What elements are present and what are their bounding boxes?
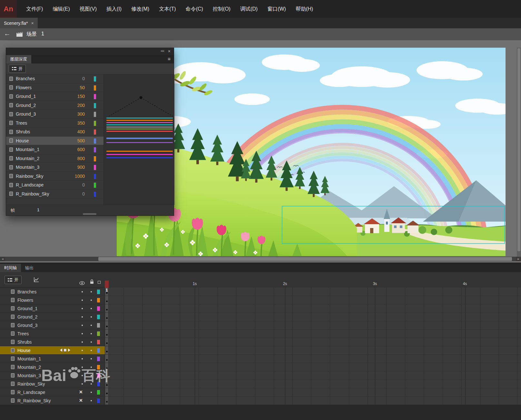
layer-color-swatch[interactable]: [94, 174, 96, 179]
keyframe-cell[interactable]: [105, 296, 109, 304]
layer-depth-value[interactable]: 900: [62, 165, 85, 170]
layer-color-swatch[interactable]: [97, 340, 100, 344]
frame-row[interactable]: [105, 371, 521, 380]
lock-dot[interactable]: [91, 383, 92, 385]
layer-color-swatch[interactable]: [94, 121, 96, 126]
scroll-left-icon[interactable]: ◂: [0, 257, 5, 261]
frame-row[interactable]: [105, 388, 521, 396]
lock-dot[interactable]: [91, 400, 92, 401]
layer-color-swatch[interactable]: [97, 331, 100, 336]
keyframe-cell[interactable]: [105, 321, 109, 329]
depth-layer-row[interactable]: Mountain_3900: [6, 163, 103, 172]
keyframe-cell[interactable]: [105, 329, 109, 338]
frame-nav-markers[interactable]: [60, 348, 70, 352]
layer-color-swatch[interactable]: [94, 85, 96, 91]
frame-row[interactable]: [105, 321, 521, 329]
frame-row[interactable]: [105, 288, 521, 296]
visibility-dot[interactable]: [82, 350, 83, 351]
frame-row[interactable]: [105, 304, 521, 313]
layer-color-swatch[interactable]: [94, 192, 96, 197]
menu-debug[interactable]: 调试(D): [235, 0, 262, 18]
scroll-right-icon[interactable]: ▸: [516, 257, 521, 261]
layer-color-swatch[interactable]: [97, 357, 100, 361]
panel-header[interactable]: << ×: [6, 48, 174, 55]
layer-depth-value[interactable]: 600: [62, 147, 85, 152]
menu-text[interactable]: 文本(T): [154, 0, 181, 18]
lock-column-icon[interactable]: [90, 279, 94, 285]
menu-commands[interactable]: 命令(C): [181, 0, 208, 18]
timeline-layer-row[interactable]: Branches✕: [0, 288, 105, 296]
menu-window[interactable]: 窗口(W): [262, 0, 291, 18]
tab-close-icon[interactable]: ×: [31, 21, 34, 26]
layer-color-swatch[interactable]: [97, 390, 100, 395]
lock-dot[interactable]: [91, 358, 92, 359]
graph-editor-icon[interactable]: [34, 277, 39, 284]
keyframe-cell[interactable]: [105, 371, 109, 379]
timeline-depth-toggle-button[interactable]: 开: [5, 276, 22, 284]
panel-collapse-icon[interactable]: <<: [161, 49, 164, 53]
frame-value[interactable]: 1: [37, 207, 39, 212]
frame-row[interactable]: [105, 313, 521, 321]
hidden-x-icon[interactable]: ✕: [79, 389, 83, 395]
layer-color-swatch[interactable]: [97, 365, 100, 369]
depth-visualization[interactable]: [103, 74, 174, 205]
lock-dot[interactable]: [91, 341, 92, 343]
visibility-dot[interactable]: [82, 308, 83, 309]
lock-dot[interactable]: [91, 316, 92, 318]
layer-color-swatch[interactable]: [97, 315, 100, 319]
timeline-layer-row[interactable]: Ground_3✕: [0, 321, 105, 329]
visibility-dot[interactable]: [82, 333, 83, 334]
document-tab[interactable]: Scenery.fla* ×: [0, 18, 38, 28]
layer-color-swatch[interactable]: [94, 156, 96, 161]
depth-layer-row[interactable]: Ground_3300: [6, 110, 103, 119]
depth-layer-row[interactable]: Flowers50: [6, 83, 103, 92]
marker-box-icon[interactable]: [64, 348, 67, 352]
layer-depth-value[interactable]: 800: [62, 156, 85, 161]
layer-depth-value[interactable]: 500: [62, 138, 85, 143]
menu-file[interactable]: 文件(F): [21, 0, 48, 18]
keyframe-cell[interactable]: [105, 304, 109, 312]
visibility-dot[interactable]: [82, 383, 83, 385]
layer-color-swatch[interactable]: [94, 112, 96, 117]
layer-color-swatch[interactable]: [94, 129, 96, 135]
frame-row[interactable]: [105, 396, 521, 405]
lock-dot[interactable]: [91, 300, 92, 301]
menu-view[interactable]: 视图(V): [75, 0, 102, 18]
timeline-layer-row[interactable]: Mountain_2✕: [0, 363, 105, 371]
layer-depth-value[interactable]: 200: [62, 103, 85, 108]
visibility-dot[interactable]: [82, 316, 83, 318]
depth-layer-row[interactable]: Rainbow_Sky1000: [6, 172, 103, 181]
frame-row[interactable]: [105, 296, 521, 304]
timeline-layer-row[interactable]: R_Landscape✕: [0, 388, 105, 396]
frame-row[interactable]: [105, 355, 521, 363]
timeline-layer-row[interactable]: Trees✕: [0, 329, 105, 338]
layer-color-swatch[interactable]: [94, 94, 96, 99]
layer-color-swatch[interactable]: [94, 183, 96, 188]
keyframe-cell[interactable]: [105, 313, 109, 321]
layer-color-swatch[interactable]: [97, 323, 100, 328]
keyframe-cell[interactable]: [105, 396, 109, 405]
layer-color-swatch[interactable]: [97, 382, 100, 386]
timeline-layer-row[interactable]: Rainbow_Sky✕: [0, 380, 105, 388]
layer-color-swatch[interactable]: [97, 348, 100, 353]
visibility-dot[interactable]: [82, 341, 83, 343]
menu-help[interactable]: 帮助(H): [291, 0, 318, 18]
timeline-layer-row[interactable]: Ground_2✕: [0, 313, 105, 321]
hidden-x-icon[interactable]: ✕: [79, 398, 83, 403]
depth-layer-row[interactable]: R_Rainbow_Sky0: [6, 190, 103, 199]
lock-dot[interactable]: [91, 350, 92, 351]
depth-layer-row[interactable]: Branches0: [6, 74, 103, 83]
layer-color-swatch[interactable]: [97, 298, 100, 302]
lock-dot[interactable]: [91, 367, 92, 368]
frame-row[interactable]: [105, 338, 521, 346]
depth-layer-row[interactable]: House500: [6, 137, 103, 146]
layer-depth-value[interactable]: 350: [62, 120, 85, 126]
frame-row[interactable]: [105, 346, 521, 355]
vertical-scrollbar[interactable]: [517, 48, 521, 257]
layer-color-swatch[interactable]: [97, 306, 100, 311]
layer-depth-value[interactable]: 300: [62, 111, 85, 117]
keyframe-cell[interactable]: [105, 346, 109, 354]
keyframe-cell[interactable]: [105, 355, 109, 363]
lock-dot[interactable]: [91, 291, 92, 292]
panel-tab-layer-depth[interactable]: 图层深度: [6, 55, 31, 63]
